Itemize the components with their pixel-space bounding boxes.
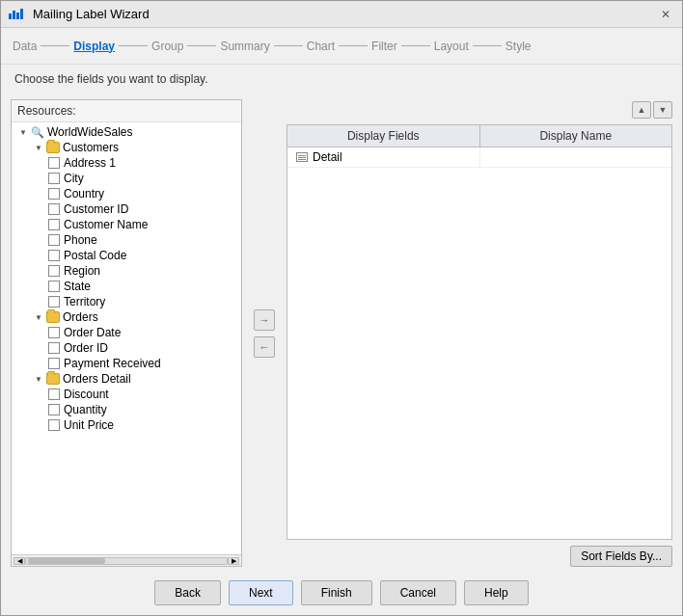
step-layout[interactable]: Layout	[434, 40, 469, 53]
tree-field-region[interactable]: Region	[14, 263, 239, 279]
wizard-steps: Data Display Group Summary Chart Filter …	[1, 28, 682, 65]
help-button[interactable]: Help	[464, 580, 529, 605]
tree-folder-ordersdetail-label: Orders Detail	[63, 372, 131, 386]
scroll-left-btn[interactable]: ◀	[14, 557, 25, 565]
right-top-controls: ▲ ▼	[287, 99, 672, 121]
checkbox-orderdate[interactable]	[48, 327, 60, 338]
tree-field-discount-label: Discount	[64, 388, 109, 401]
tree-field-discount[interactable]: Discount	[14, 387, 239, 402]
step-group[interactable]: Group	[151, 40, 183, 53]
field-cell: Detail	[287, 147, 480, 167]
search-icon: 🔍	[31, 125, 44, 139]
name-cell	[480, 147, 672, 167]
checkbox-quantity[interactable]	[48, 404, 60, 415]
finish-button[interactable]: Finish	[301, 580, 372, 605]
scroll-thumb	[28, 558, 105, 564]
display-fields-table: Display Fields Display Name	[287, 124, 672, 540]
content-area: Resources: ▼ 🔍 WorldWideSales ▼ Customer…	[1, 94, 682, 573]
right-panel: ▲ ▼ Display Fields Display Name	[287, 99, 672, 567]
wizard-icon	[9, 9, 23, 19]
checkbox-unitprice[interactable]	[48, 419, 60, 431]
tree-field-unitprice[interactable]: Unit Price	[14, 417, 239, 433]
title-bar-controls: ✕	[657, 6, 674, 23]
checkbox-phone[interactable]	[48, 234, 60, 246]
back-button[interactable]: Back	[154, 580, 221, 605]
col-display-name: Display Name	[480, 125, 672, 147]
move-down-button[interactable]: ▼	[653, 101, 672, 119]
tree-field-city-label: City	[64, 172, 84, 185]
expand-arrow-customers: ▼	[33, 142, 44, 153]
add-field-button[interactable]: →	[254, 309, 275, 331]
checkbox-country[interactable]	[48, 188, 60, 200]
tree-root-label: WorldWideSales	[47, 125, 132, 139]
checkbox-discount[interactable]	[48, 388, 60, 400]
tree-field-orderdate[interactable]: Order Date	[14, 325, 239, 340]
tree-field-customername[interactable]: Customer Name	[14, 217, 239, 232]
tree-field-address1[interactable]: Address 1	[14, 155, 239, 171]
tree-field-region-label: Region	[64, 264, 100, 278]
step-divider-6	[401, 45, 430, 46]
tree-field-orderid[interactable]: Order ID	[14, 340, 239, 356]
checkbox-customername[interactable]	[48, 219, 60, 230]
tree-field-paymentreceived[interactable]: Payment Received	[14, 356, 239, 371]
tree-field-phone-label: Phone	[64, 233, 97, 247]
next-button[interactable]: Next	[229, 580, 293, 605]
step-style[interactable]: Style	[505, 40, 532, 53]
step-divider-2	[119, 45, 148, 46]
tree-root[interactable]: ▼ 🔍 WorldWideSales	[14, 124, 239, 140]
tree-area[interactable]: ▼ 🔍 WorldWideSales ▼ Customers Address 1…	[12, 122, 241, 554]
checkbox-orderid[interactable]	[48, 342, 60, 354]
checkbox-postalcode[interactable]	[48, 250, 60, 261]
tree-field-state[interactable]: State	[14, 279, 239, 294]
expand-arrow-ordersdetail: ▼	[33, 373, 44, 385]
tree-field-country[interactable]: Country	[14, 186, 239, 201]
checkbox-city[interactable]	[48, 173, 60, 184]
tree-field-quantity[interactable]: Quantity	[14, 402, 239, 417]
col-display-fields: Display Fields	[287, 125, 480, 147]
step-divider-5	[339, 45, 368, 46]
step-data[interactable]: Data	[13, 40, 37, 53]
cancel-button[interactable]: Cancel	[380, 580, 456, 605]
horizontal-scrollbar[interactable]: ◀ ▶	[12, 554, 241, 566]
step-divider-1	[41, 45, 69, 46]
checkbox-region[interactable]	[48, 265, 60, 277]
tree-folder-customers[interactable]: ▼ Customers	[14, 140, 239, 155]
tree-field-customerid-label: Customer ID	[64, 202, 128, 216]
transfer-buttons: → ←	[250, 99, 279, 567]
title-bar-left: Mailing Label Wizard	[9, 7, 150, 21]
step-divider-7	[473, 45, 502, 46]
step-display[interactable]: Display	[73, 40, 115, 53]
sort-fields-button[interactable]: Sort Fields By...	[570, 546, 672, 567]
checkbox-address1[interactable]	[48, 157, 60, 169]
scroll-right-btn[interactable]: ▶	[228, 557, 239, 565]
tree-field-postalcode-label: Postal Code	[64, 249, 126, 262]
step-filter[interactable]: Filter	[371, 40, 397, 53]
step-divider-3	[187, 45, 216, 46]
tree-field-territory-label: Territory	[64, 295, 105, 308]
tree-field-customerid[interactable]: Customer ID	[14, 201, 239, 217]
tree-field-city[interactable]: City	[14, 171, 239, 186]
checkbox-territory[interactable]	[48, 296, 60, 308]
folder-icon-orders	[46, 311, 60, 323]
tree-folder-ordersdetail[interactable]: ▼ Orders Detail	[14, 371, 239, 387]
checkbox-paymentreceived[interactable]	[48, 358, 60, 369]
step-summary[interactable]: Summary	[220, 40, 269, 53]
detail-icon	[295, 151, 309, 163]
step-chart[interactable]: Chart	[307, 40, 335, 53]
move-up-button[interactable]: ▲	[632, 101, 651, 119]
table-row[interactable]: Detail	[287, 147, 671, 168]
tree-field-territory[interactable]: Territory	[14, 294, 239, 309]
step-divider-4	[274, 45, 303, 46]
field-value: Detail	[313, 150, 342, 164]
close-button[interactable]: ✕	[657, 6, 674, 23]
table-header: Display Fields Display Name	[287, 125, 671, 147]
tree-folder-orders[interactable]: ▼ Orders	[14, 309, 239, 325]
checkbox-customerid[interactable]	[48, 203, 60, 215]
tree-field-postalcode[interactable]: Postal Code	[14, 248, 239, 263]
left-panel: Resources: ▼ 🔍 WorldWideSales ▼ Customer…	[11, 99, 242, 567]
tree-field-address1-label: Address 1	[64, 156, 116, 170]
scroll-track[interactable]	[25, 557, 228, 565]
checkbox-state[interactable]	[48, 281, 60, 292]
tree-field-phone[interactable]: Phone	[14, 232, 239, 248]
remove-field-button[interactable]: ←	[254, 336, 275, 358]
